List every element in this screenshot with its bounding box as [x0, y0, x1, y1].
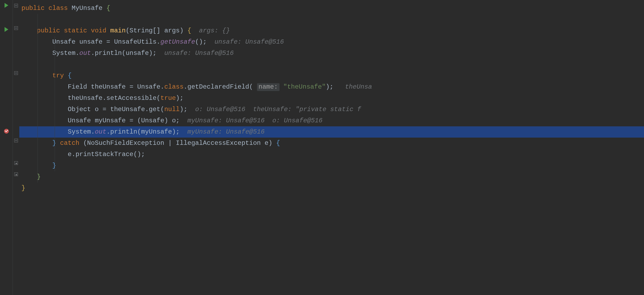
keyword: null — [164, 106, 180, 113]
keyword: class — [164, 83, 184, 90]
code-text: ); — [180, 106, 188, 113]
code-text: (); — [195, 38, 207, 46]
code-line[interactable]: Object o = theUnsafe.get(null); o: Unsaf… — [19, 104, 644, 115]
keyword: public — [21, 5, 44, 12]
code-line[interactable]: public static void main(String[] args) {… — [19, 25, 644, 36]
code-line[interactable]: } — [19, 183, 644, 194]
brace: { — [106, 5, 110, 12]
keyword: void — [91, 27, 106, 34]
keyword: public — [37, 27, 60, 34]
fold-handle[interactable] — [14, 26, 18, 30]
code-text: Unsafe myUnsafe = (Unsafe) o; — [68, 117, 180, 124]
code-text: theUnsafe.setAccessible( — [68, 94, 161, 102]
code-line[interactable] — [19, 14, 644, 25]
code-line[interactable]: e.printStackTrace(); — [19, 149, 644, 160]
code-text: Object o = theUnsafe.get( — [68, 106, 164, 113]
params: (String[] args) — [126, 27, 184, 34]
method-name: main — [110, 27, 126, 34]
brace: } — [21, 184, 25, 192]
code-line[interactable] — [19, 59, 644, 70]
code-line[interactable]: Unsafe unsafe = UnsafeUtils.getUnsafe();… — [19, 36, 644, 48]
brace: } — [52, 162, 56, 169]
brace: { — [276, 139, 280, 147]
keyword: try — [52, 72, 64, 79]
gutter — [0, 0, 13, 295]
code-text: ); — [326, 83, 333, 90]
code-text: Field theUnsafe = Unsafe. — [68, 83, 164, 90]
inline-hint: args: {} — [199, 27, 230, 34]
static-field: out — [79, 50, 91, 57]
brace: } — [52, 139, 56, 147]
brace: { — [187, 27, 191, 34]
code-line[interactable]: Unsafe myUnsafe = (Unsafe) o; myUnsafe: … — [19, 115, 644, 126]
fold-handle[interactable] — [14, 71, 18, 75]
code-line[interactable]: theUnsafe.setAccessible(true); — [19, 93, 644, 104]
code-text: e.printStackTrace(); — [68, 151, 145, 158]
inline-hint: myUnsafe: Unsafe@516 o: Unsafe@516 — [187, 117, 322, 124]
code-text: .println(myUnsafe); — [106, 128, 180, 135]
code-line[interactable]: } — [19, 160, 644, 171]
code-text: .getDeclaredField( — [184, 83, 253, 90]
code-line[interactable]: public class MyUnsafe { — [19, 3, 644, 14]
string-literal: "theUnsafe" — [283, 83, 326, 90]
code-text: ); — [176, 94, 184, 102]
code-line[interactable]: System.out.println(unsafe); unsafe: Unsa… — [19, 48, 644, 59]
code-line[interactable]: } catch (NoSuchFieldException | IllegalA… — [19, 138, 644, 149]
keyword: true — [160, 94, 176, 102]
inline-hint: myUnsafe: Unsafe@516 — [187, 128, 265, 135]
fold-handle[interactable] — [14, 139, 18, 142]
fold-column — [13, 0, 19, 295]
code-text: System. — [52, 50, 79, 57]
fold-handle[interactable] — [14, 4, 18, 7]
inline-hint: o: Unsafe@516 theUnsafe: "private static… — [195, 106, 361, 113]
code-text: System. — [68, 128, 95, 135]
class-name: MyUnsafe — [72, 5, 102, 12]
params: (NoSuchFieldException | IllegalAccessExc… — [83, 139, 272, 147]
keyword: catch — [60, 139, 79, 147]
code-line[interactable]: try { — [19, 70, 644, 81]
inline-hint: unsafe: Unsafe@516 — [214, 38, 284, 46]
keyword: class — [49, 5, 68, 12]
static-call: getUnsafe — [160, 38, 195, 46]
breakpoint-icon[interactable] — [4, 128, 9, 134]
keyword: static — [64, 27, 87, 34]
code-line[interactable]: Field theUnsafe = Unsafe.class.getDeclar… — [19, 81, 644, 93]
static-field: out — [95, 128, 106, 135]
inline-hint: unsafe: Unsafe@516 — [164, 50, 234, 57]
run-class-icon[interactable] — [4, 3, 9, 8]
brace: { — [68, 72, 72, 79]
fold-handle[interactable] — [14, 161, 18, 165]
fold-handle[interactable] — [14, 172, 18, 176]
code-text: Unsafe unsafe = UnsafeUtils. — [52, 38, 160, 46]
code-line[interactable]: } — [19, 171, 644, 183]
code-text: .println(unsafe); — [91, 50, 157, 57]
param-hint: name: — [257, 83, 280, 91]
inline-hint: theUnsa — [345, 83, 372, 90]
code-editor[interactable]: public class MyUnsafe { public static vo… — [19, 0, 644, 295]
run-main-icon[interactable] — [4, 27, 9, 32]
code-line-current[interactable]: System.out.println(myUnsafe); myUnsafe: … — [19, 126, 644, 138]
